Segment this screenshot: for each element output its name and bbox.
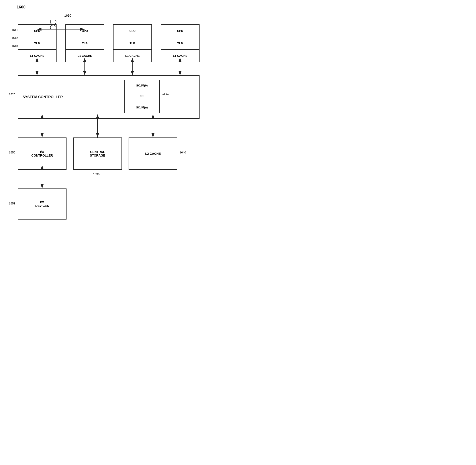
cpu1-tlb: TLB <box>18 37 56 50</box>
io-controller-box: I/O CONTROLLER <box>18 137 66 170</box>
cpu2-cache: L1 CACHE <box>66 50 104 62</box>
label-1612: 1612 <box>11 36 18 40</box>
label-1640: 1640 <box>180 151 186 154</box>
cpu2-cpu: CPU <box>66 25 104 37</box>
label-1621: 1621 <box>162 92 169 95</box>
cpu-unit-3: CPU TLB L1 CACHE <box>113 24 152 62</box>
cpu-unit-2: CPU TLB L1 CACHE <box>65 24 104 62</box>
diagram-container: 1600 1610 CPU TLB L1 CACHE CPU TLB L1 CA… <box>0 0 238 232</box>
cpu1-cpu: CPU <box>18 25 56 37</box>
ref-label-1600: 1600 <box>17 5 25 10</box>
label-1650: 1650 <box>9 151 15 154</box>
cpu-unit-1: CPU TLB L1 CACHE <box>18 24 56 62</box>
l2-cache-box: L2 CACHE <box>129 137 177 170</box>
scim-row-2: SC.IM(n) <box>125 102 159 113</box>
cpu-unit-4: CPU TLB L1 CACHE <box>161 24 200 62</box>
label-1620: 1620 <box>9 93 15 96</box>
label-1613: 1613 <box>11 44 18 48</box>
cpu3-tlb: TLB <box>114 37 151 50</box>
cpu4-tlb: TLB <box>161 37 199 50</box>
label-1611: 1611 <box>11 28 18 32</box>
cpu3-cpu: CPU <box>114 25 151 37</box>
central-storage-box: CENTRAL STORAGE <box>73 137 122 170</box>
label-1651: 1651 <box>9 202 15 205</box>
scim-stack: SC.IM(0) *** SC.IM(n) <box>124 80 160 113</box>
system-controller-box: SYSTEM CONTROLLER <box>18 75 200 119</box>
cpu4-cache: L1 CACHE <box>161 50 199 62</box>
system-controller-label: SYSTEM CONTROLLER <box>23 95 63 99</box>
cpu3-cache: L1 CACHE <box>114 50 151 62</box>
label-1630: 1630 <box>93 172 100 176</box>
cpu1-cache: L1 CACHE <box>18 50 56 62</box>
io-devices-box: I/O DEVICES <box>18 189 66 220</box>
cpu2-tlb: TLB <box>66 37 104 50</box>
scim-row-1: *** <box>125 91 159 102</box>
scim-row-0: SC.IM(0) <box>125 80 159 91</box>
cpu4-cpu: CPU <box>161 25 199 37</box>
bus-label-1610: 1610 <box>64 14 71 17</box>
